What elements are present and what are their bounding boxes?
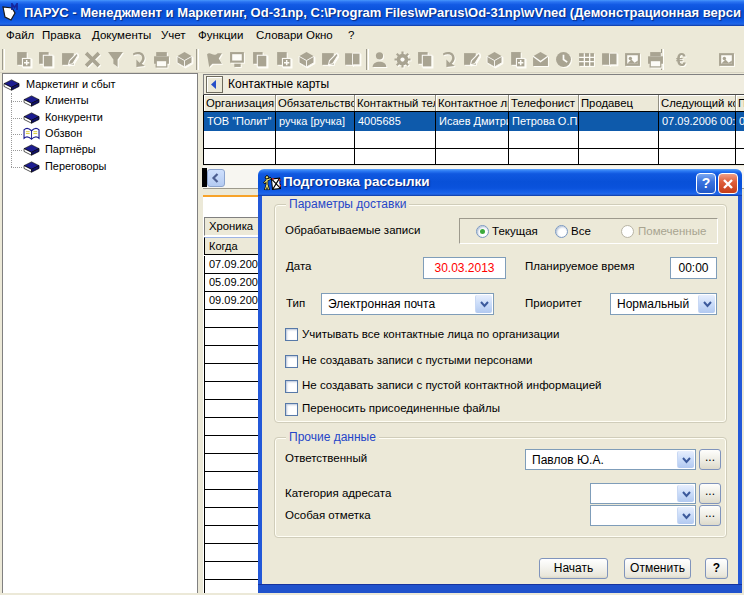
svg-text:€: € xyxy=(676,51,686,68)
